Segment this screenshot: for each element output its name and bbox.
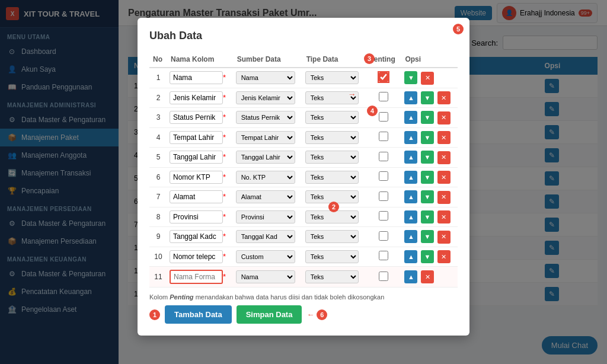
modal-row-6: 6 * No. KTP Teks ▲ ▼ [149, 167, 458, 187]
penting-checkbox-7[interactable] [379, 191, 388, 201]
tipe-select-11[interactable]: Teks [305, 270, 359, 283]
move-down-btn-9[interactable]: ▼ [421, 230, 434, 243]
penting-checkbox-6[interactable] [379, 171, 388, 181]
move-down-btn-1[interactable]: ▼ [404, 71, 417, 84]
modal-row-11: 11 * Nama Teks ▲ ✕ [149, 267, 458, 288]
penting-checkbox-9[interactable] [379, 231, 388, 241]
move-up-btn-7[interactable]: ▲ [404, 190, 417, 203]
col-nama-input-7[interactable] [170, 190, 223, 203]
col-nama-input-3[interactable] [170, 111, 223, 124]
sumber-select-6[interactable]: No. KTP [236, 171, 295, 184]
col-nama-input-2[interactable] [170, 91, 223, 104]
modal-row-9: 9 * Tanggal Kad Teks ▲ [149, 227, 458, 247]
delete-btn-8[interactable]: ✕ [437, 210, 451, 223]
col-nama-input-8[interactable] [170, 210, 223, 223]
penting-checkbox-4[interactable] [379, 132, 388, 141]
tambah-data-button[interactable]: Tambah Data [165, 305, 232, 324]
penting-checkbox-10[interactable] [379, 251, 388, 260]
move-down-btn-7[interactable]: ▼ [421, 190, 434, 203]
move-up-btn-4[interactable]: ▲ [404, 131, 417, 144]
modal-footer: Kolom Penting menandakan bahwa data haru… [149, 293, 458, 324]
sumber-select-4[interactable]: Tempat Lahir [236, 131, 295, 144]
move-down-btn-5[interactable]: ▼ [421, 151, 434, 164]
delete-btn-9[interactable]: ✕ [437, 231, 451, 244]
sumber-select-1[interactable]: Nama [236, 71, 295, 84]
delete-btn-2[interactable]: ✕ [437, 91, 451, 104]
tipe-select-1[interactable]: Teks [305, 71, 359, 84]
col-tipe-data-header: Tipe Data [303, 52, 366, 68]
move-down-btn-6[interactable]: ▼ [421, 171, 434, 184]
penting-checkbox-3[interactable] [379, 112, 388, 122]
move-up-btn-9[interactable]: ▲ [404, 230, 417, 243]
delete-btn-4[interactable]: ✕ [437, 131, 451, 144]
sumber-select-11[interactable]: Nama [236, 270, 295, 283]
move-down-btn-2[interactable]: ▼ [421, 91, 434, 104]
annotation-5: 5 [453, 24, 464, 34]
move-up-btn-5[interactable]: ▲ [404, 151, 417, 164]
col-nama-input-11[interactable] [170, 270, 223, 284]
move-down-btn-3[interactable]: ▼ [421, 111, 434, 124]
col-no-header: No [149, 52, 167, 68]
delete-btn-3[interactable]: ✕ [437, 111, 451, 124]
simpan-data-button[interactable]: Simpan Data [237, 305, 302, 324]
tipe-select-6[interactable]: Teks [305, 171, 359, 184]
penting-checkbox-5[interactable] [379, 152, 388, 161]
tipe-select-10[interactable]: Teks [305, 250, 359, 263]
sumber-select-3[interactable]: Status Pernik [236, 111, 295, 124]
col-nama-input-5[interactable] [170, 151, 223, 164]
penting-checkbox-8[interactable] [379, 211, 388, 221]
modal-row-2: 2 * Jenis Kelamir Teks [149, 88, 458, 108]
delete-btn-5[interactable]: ✕ [437, 151, 451, 164]
sumber-select-2[interactable]: Jenis Kelamir [236, 91, 295, 104]
move-up-btn-11[interactable]: ▲ [404, 270, 417, 283]
move-up-btn-2[interactable]: ▲ [404, 91, 417, 104]
move-up-btn-8[interactable]: ▲ [404, 210, 417, 223]
annotation-6: ← 6 [306, 305, 327, 324]
move-up-btn-3[interactable]: ▲ [404, 111, 417, 124]
footer-note: Kolom Penting menandakan bahwa data haru… [149, 293, 458, 301]
modal-table: No Nama Kolom Sumber Data Tipe Data Pent… [149, 52, 458, 288]
modal-row-4: 4 * Tempat Lahir Teks ▲ [149, 127, 458, 148]
col-nama-input-4[interactable] [170, 131, 223, 144]
col-opsi-header: Opsi [401, 52, 458, 68]
col-nama-input-9[interactable] [170, 230, 223, 243]
modal-row-10: 10 * Custom Teks ▲ ▼ [149, 247, 458, 267]
sumber-select-10[interactable]: Custom [236, 250, 295, 263]
delete-btn-7[interactable]: ✕ [437, 191, 451, 204]
annotation-1: 1 [149, 309, 160, 320]
col-nama-input-6[interactable] [170, 171, 223, 184]
move-up-btn-10[interactable]: ▲ [404, 250, 417, 263]
sumber-select-9[interactable]: Tanggal Kad [236, 230, 295, 243]
col-nama-input-1[interactable] [170, 71, 223, 84]
tipe-select-3[interactable]: Teks [305, 111, 359, 124]
delete-btn-10[interactable]: ✕ [437, 250, 451, 263]
move-down-btn-4[interactable]: ▼ [421, 131, 434, 144]
penting-checkbox-2[interactable] [379, 92, 388, 101]
modal-row-5: 5 * Tanggal Lahir Teks ▲ [149, 148, 458, 168]
sumber-select-5[interactable]: Tanggal Lahir [236, 151, 295, 164]
penting-checkbox-11[interactable] [379, 272, 388, 281]
modal-dialog: Ubah Data 5 No Nama Kolom Sumber Data Ti… [138, 18, 469, 336]
modal-title: Ubah Data [149, 30, 458, 42]
move-up-btn-6[interactable]: ▲ [404, 171, 417, 184]
tipe-select-9[interactable]: Teks [305, 230, 359, 243]
delete-btn-11[interactable]: ✕ [421, 270, 434, 283]
move-down-btn-8[interactable]: ▼ [421, 210, 434, 223]
delete-btn-6[interactable]: ✕ [437, 171, 451, 184]
tipe-select-4[interactable]: Teks [305, 131, 359, 144]
delete-btn-1[interactable]: ✕ [421, 72, 434, 85]
penting-checkbox-1[interactable] [379, 72, 388, 82]
col-nama-kolom-header: Nama Kolom [167, 52, 234, 68]
move-down-btn-10[interactable]: ▼ [421, 250, 434, 263]
sumber-select-7[interactable]: Alamat [236, 190, 295, 203]
tipe-select-8[interactable]: Teks [305, 210, 359, 223]
col-nama-input-10[interactable] [170, 250, 223, 263]
col-sumber-data-header: Sumber Data [234, 52, 303, 68]
modal-row-8: 8 * Provinsi Teks ▲ [149, 207, 458, 227]
sumber-select-8[interactable]: Provinsi [236, 210, 295, 223]
modal-buttons: Tambah Data Simpan Data ← 6 [165, 305, 327, 324]
tipe-select-5[interactable]: Teks [305, 151, 359, 164]
annotation-2: 2 [328, 202, 339, 212]
modal-row-3: 3 * Status Pernik Teks ▲ [149, 108, 458, 128]
required-star: * [223, 73, 226, 82]
